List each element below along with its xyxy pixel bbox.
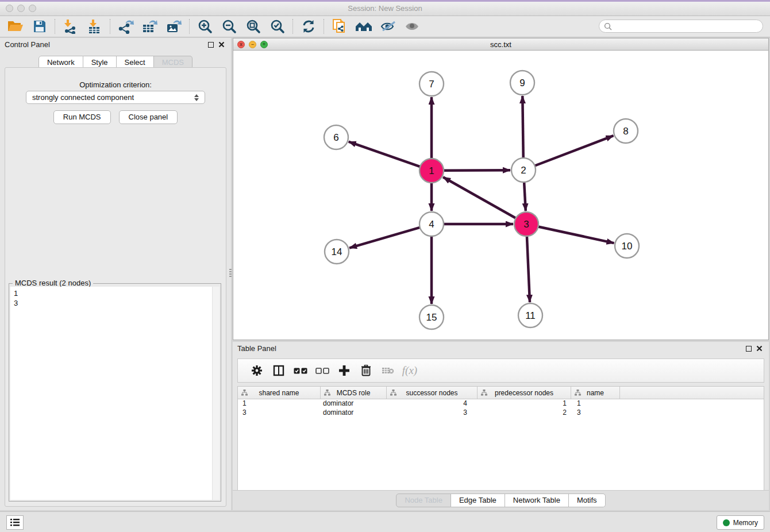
delete-column-button[interactable] xyxy=(355,363,377,378)
table-header-row: shared nameMCDS rolesuccessor nodesprede… xyxy=(238,387,764,399)
graph-edge-4-14[interactable] xyxy=(349,228,420,248)
show-all-button[interactable] xyxy=(400,17,424,36)
run-mcds-button[interactable]: Run MCDS xyxy=(53,110,111,124)
table-tab-edge-table[interactable]: Edge Table xyxy=(451,494,505,507)
main-toolbar xyxy=(0,16,770,37)
function-builder-button-disabled: f(x) xyxy=(399,363,421,378)
memory-label: Memory xyxy=(733,519,758,527)
show-columns-button[interactable] xyxy=(268,363,290,378)
refresh-view-button[interactable] xyxy=(297,17,321,36)
export-table-button[interactable] xyxy=(138,17,162,36)
table-panel: Table Panel xyxy=(233,342,769,510)
column-header-successor-nodes[interactable]: successor nodes xyxy=(387,387,478,399)
column-header-MCDS-role[interactable]: MCDS role xyxy=(321,387,387,399)
export-image-button[interactable] xyxy=(162,17,186,36)
graph-edge-1-2[interactable] xyxy=(444,170,510,171)
table-row[interactable]: 1dominator411 xyxy=(238,399,764,408)
import-table-button[interactable] xyxy=(83,17,107,36)
mcds-tab-content: Optimization criterion: strongly connect… xyxy=(5,67,226,507)
status-bar: Memory xyxy=(0,511,770,532)
toolbar-separator xyxy=(292,19,294,34)
delete-table-button-disabled xyxy=(377,363,399,378)
column-header-shared-name[interactable]: shared name xyxy=(238,387,321,399)
delete-table-icon xyxy=(382,366,394,375)
table-tab-node-table[interactable]: Node Table xyxy=(396,494,451,507)
result-scrollbar[interactable] xyxy=(212,287,220,500)
graph-node-label-2: 2 xyxy=(521,165,526,176)
graph-edge-1-6[interactable] xyxy=(349,142,420,167)
zoom-selected-button[interactable] xyxy=(265,17,290,36)
first-neighbors-button[interactable] xyxy=(352,17,376,36)
node-table: shared nameMCDS rolesuccessor nodesprede… xyxy=(237,386,764,491)
table-tab-motifs[interactable]: Motifs xyxy=(569,494,606,507)
mcds-result-group: MCDS result (2 nodes) 1 3 xyxy=(9,283,221,502)
open-session-button[interactable] xyxy=(3,17,28,36)
network-title: scc.txt xyxy=(233,40,768,49)
graph-edge-2-3[interactable] xyxy=(524,182,526,211)
criterion-dropdown[interactable]: strongly connected component xyxy=(26,91,205,104)
zoom-in-button[interactable] xyxy=(193,17,217,36)
fx-icon: f(x) xyxy=(402,364,417,377)
column-label: MCDS role xyxy=(337,389,371,397)
tree-sort-icon xyxy=(390,390,396,396)
table-tab-network-table[interactable]: Network Table xyxy=(505,494,569,507)
table-row[interactable]: 3dominator323 xyxy=(238,408,764,418)
graph-node-label-8: 8 xyxy=(623,126,628,137)
unchecked-boxes-icon xyxy=(315,368,329,374)
table-cell: 1 xyxy=(478,399,571,408)
float-panel-button[interactable] xyxy=(206,40,216,49)
deselect-all-button[interactable] xyxy=(311,363,333,378)
graph-edge-2-8[interactable] xyxy=(535,136,614,165)
zoom-out-icon xyxy=(222,19,237,34)
hide-selected-button[interactable] xyxy=(376,17,400,36)
eye-icon xyxy=(404,20,420,33)
toolbar-separator xyxy=(324,19,325,34)
table-panel-title: Table Panel xyxy=(237,344,276,353)
table-cell: 4 xyxy=(387,399,478,408)
graph-node-label-9: 9 xyxy=(519,78,525,88)
tree-sort-icon xyxy=(241,390,248,396)
new-network-from-selection-button[interactable] xyxy=(328,17,352,36)
network-titlebar[interactable]: x – + scc.txt xyxy=(233,38,769,51)
search-input[interactable] xyxy=(615,22,758,31)
application-window: Session: New Session xyxy=(0,0,770,532)
toolbar-separator xyxy=(110,19,111,34)
close-panel-button[interactable] xyxy=(216,40,226,49)
graph-edge-2-9[interactable] xyxy=(522,96,523,158)
column-label: successor nodes xyxy=(406,389,457,397)
import-network-button[interactable] xyxy=(59,17,83,36)
network-canvas[interactable]: 7968124314101511 xyxy=(233,51,769,340)
column-header-predecessor-nodes[interactable]: predecessor nodes xyxy=(478,387,571,399)
graph-edge-3-10[interactable] xyxy=(538,226,614,243)
table-options-button[interactable] xyxy=(246,363,268,378)
graph-edge-3-11[interactable] xyxy=(527,236,530,302)
memory-status-icon xyxy=(723,519,730,526)
graph-node-label-6: 6 xyxy=(333,132,338,143)
table-toolbar: f(x) xyxy=(237,358,764,383)
select-all-button[interactable] xyxy=(290,363,311,378)
save-session-button[interactable] xyxy=(28,17,52,36)
close-panel-button-mcds[interactable]: Close panel xyxy=(119,110,178,124)
zoom-out-button[interactable] xyxy=(217,17,241,36)
gear-icon xyxy=(251,365,263,376)
export-network-icon xyxy=(118,19,134,34)
tree-sort-icon xyxy=(575,390,581,396)
column-header-name[interactable]: name xyxy=(571,387,620,399)
task-history-button[interactable] xyxy=(6,515,24,530)
create-column-button[interactable] xyxy=(333,363,355,378)
table-cell: 1 xyxy=(571,399,620,408)
toolbar-separator xyxy=(55,19,56,34)
float-table-panel-button[interactable] xyxy=(744,344,754,353)
column-label: predecessor nodes xyxy=(495,389,553,397)
graph-node-label-1: 1 xyxy=(429,165,434,176)
memory-button[interactable]: Memory xyxy=(717,515,764,530)
zoom-fit-button[interactable] xyxy=(241,17,265,36)
search-field[interactable] xyxy=(599,20,763,33)
zoom-selected-icon xyxy=(270,19,285,34)
graph-edge-3-1[interactable] xyxy=(443,177,516,218)
close-table-panel-button[interactable] xyxy=(754,344,764,353)
export-network-button[interactable] xyxy=(114,17,138,36)
graph-node-label-7: 7 xyxy=(429,79,434,90)
table-cell: dominator xyxy=(321,399,387,408)
panel-splitter-grip[interactable] xyxy=(229,269,232,277)
